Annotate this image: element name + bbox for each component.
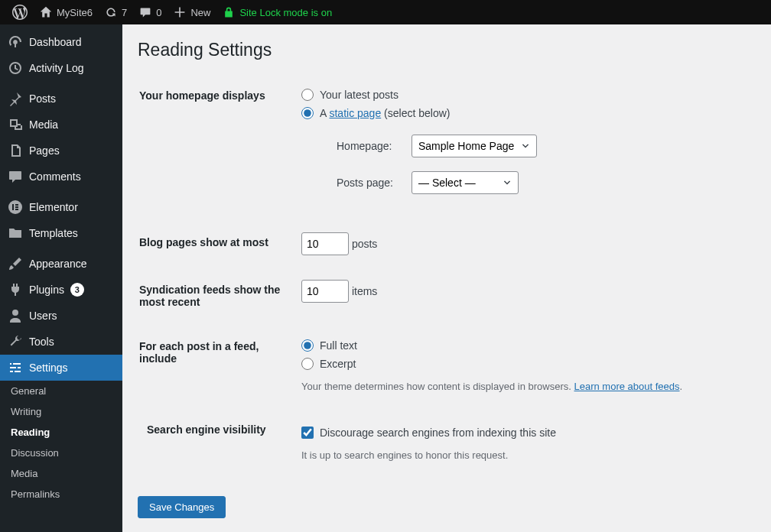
postspage-select-label: Posts page: — [337, 177, 404, 189]
user-icon — [8, 308, 23, 323]
sidebar-item-pages[interactable]: Pages — [0, 138, 122, 164]
blog-pages-suffix: posts — [352, 238, 377, 250]
sidebar-item-plugins[interactable]: Plugins 3 — [0, 277, 122, 303]
feed-radio-full[interactable] — [301, 339, 314, 352]
homepage-select-label: Homepage: — [337, 140, 404, 152]
feed-option-excerpt-text: Excerpt — [320, 358, 356, 370]
homepage-option-static-text: A static page (select below) — [320, 107, 450, 119]
syndication-input[interactable] — [301, 280, 349, 303]
folder-icon — [8, 225, 23, 241]
save-changes-button[interactable]: Save Changes — [138, 496, 226, 518]
homepage-radio-static[interactable] — [301, 107, 314, 119]
feed-desc-suffix: . — [680, 381, 683, 392]
learn-more-feeds-link[interactable]: Learn more about feeds — [574, 381, 679, 392]
feed-description: Your theme determines how content is dis… — [301, 381, 747, 392]
sidebar-label-users: Users — [29, 310, 57, 322]
sidebar-item-tools[interactable]: Tools — [0, 329, 122, 355]
sidebar-label-activity-log: Activity Log — [29, 62, 84, 74]
comments-link[interactable]: 0 — [133, 0, 168, 24]
sub-item-reading[interactable]: Reading — [0, 422, 122, 443]
sub-item-writing[interactable]: Writing — [0, 401, 122, 422]
sub-item-permalinks[interactable]: Permalinks — [0, 484, 122, 504]
homepage-option-latest[interactable]: Your latest posts — [301, 89, 399, 101]
blog-pages-input[interactable] — [301, 232, 349, 255]
clock-icon — [8, 60, 23, 76]
feed-option-full[interactable]: Full text — [301, 339, 357, 352]
comment-icon — [139, 6, 151, 18]
admin-sidebar: Dashboard Activity Log Posts Media Pages… — [0, 24, 122, 532]
dashboard-icon — [8, 34, 23, 50]
updates-link[interactable]: 7 — [99, 0, 133, 24]
homepage-option-static[interactable]: A static page (select below) — [301, 107, 450, 119]
feed-option-full-text: Full text — [320, 339, 357, 352]
sidebar-label-posts: Posts — [29, 92, 56, 105]
postspage-select[interactable]: — Select — — [412, 171, 519, 194]
sidebar-label-appearance: Appearance — [29, 258, 87, 270]
syndication-label: Syndication feeds show the most recent — [139, 268, 292, 323]
search-visibility-label: Search engine visibility — [139, 405, 292, 479]
sidebar-label-comments: Comments — [29, 170, 81, 183]
static-page-link[interactable]: static page — [329, 107, 381, 119]
comments-icon — [8, 169, 23, 184]
sidebar-item-comments[interactable]: Comments — [0, 164, 122, 190]
search-visibility-option[interactable]: Discourage search engines from indexing … — [301, 427, 556, 439]
site-name: MySite6 — [57, 7, 93, 18]
site-lock-label: Site Lock mode is on — [239, 7, 332, 18]
sidebar-label-plugins: Plugins — [29, 284, 64, 296]
sub-item-media[interactable]: Media — [0, 463, 122, 484]
homepage-radio-latest[interactable] — [301, 89, 314, 101]
search-visibility-desc: It is up to search engines to honor this… — [301, 449, 747, 461]
sidebar-label-dashboard: Dashboard — [29, 36, 82, 48]
sub-item-discussion[interactable]: Discussion — [0, 443, 122, 463]
feed-content-label: For each post in a feed, include — [139, 325, 292, 404]
plugins-count-badge: 3 — [70, 283, 84, 297]
new-label: New — [190, 7, 210, 18]
feed-option-excerpt[interactable]: Excerpt — [301, 358, 356, 370]
homepage-option-latest-text: Your latest posts — [320, 89, 399, 101]
plus-icon — [174, 6, 186, 18]
sidebar-label-elementor: Elementor — [29, 201, 78, 213]
site-lock-indicator[interactable]: Site Lock mode is on — [216, 0, 338, 24]
brush-icon — [8, 256, 23, 271]
wordpress-icon — [12, 5, 28, 20]
sidebar-item-templates[interactable]: Templates — [0, 220, 122, 246]
static-suffix: (select below) — [381, 107, 450, 119]
search-visibility-checkbox-text: Discourage search engines from indexing … — [320, 427, 556, 439]
sidebar-item-users[interactable]: Users — [0, 303, 122, 329]
site-name-link[interactable]: MySite6 — [34, 0, 99, 24]
svg-rect-1 — [12, 204, 14, 210]
homepage-displays-label: Your homepage displays — [139, 74, 292, 219]
wrench-icon — [8, 334, 23, 349]
content-area: Reading Settings Your homepage displays … — [122, 24, 771, 532]
sidebar-label-templates: Templates — [29, 227, 78, 239]
updates-count: 7 — [122, 7, 127, 18]
sidebar-label-pages: Pages — [29, 144, 60, 157]
sidebar-item-dashboard[interactable]: Dashboard — [0, 29, 122, 55]
feed-radio-excerpt[interactable] — [301, 358, 314, 370]
sidebar-item-activity-log[interactable]: Activity Log — [0, 55, 122, 81]
sub-item-general[interactable]: General — [0, 381, 122, 401]
sidebar-label-tools: Tools — [29, 336, 54, 348]
sidebar-label-settings: Settings — [29, 362, 68, 374]
syndication-suffix: items — [352, 285, 377, 297]
svg-rect-4 — [15, 209, 18, 210]
plugin-icon — [8, 282, 23, 297]
sliders-icon — [8, 360, 23, 375]
page-title: Reading Settings — [138, 40, 756, 73]
sidebar-item-posts[interactable]: Posts — [0, 86, 122, 112]
sidebar-item-settings[interactable]: Settings — [0, 355, 122, 381]
homepage-select[interactable]: Sample Home Page — [412, 135, 537, 157]
lock-icon — [223, 6, 235, 18]
new-link[interactable]: New — [168, 0, 216, 24]
static-prefix: A — [320, 107, 329, 119]
home-icon — [40, 6, 52, 18]
sidebar-item-media[interactable]: Media — [0, 112, 122, 138]
update-icon — [105, 6, 117, 18]
sidebar-item-appearance[interactable]: Appearance — [0, 251, 122, 277]
search-visibility-checkbox[interactable] — [301, 427, 314, 439]
wp-logo[interactable] — [6, 0, 34, 24]
settings-submenu: General Writing Reading Discussion Media… — [0, 381, 122, 504]
sidebar-item-elementor[interactable]: Elementor — [0, 194, 122, 220]
feed-desc-prefix: Your theme determines how content is dis… — [301, 381, 574, 392]
admin-bar: MySite6 7 0 New Site Lock mode is on — [0, 0, 771, 24]
